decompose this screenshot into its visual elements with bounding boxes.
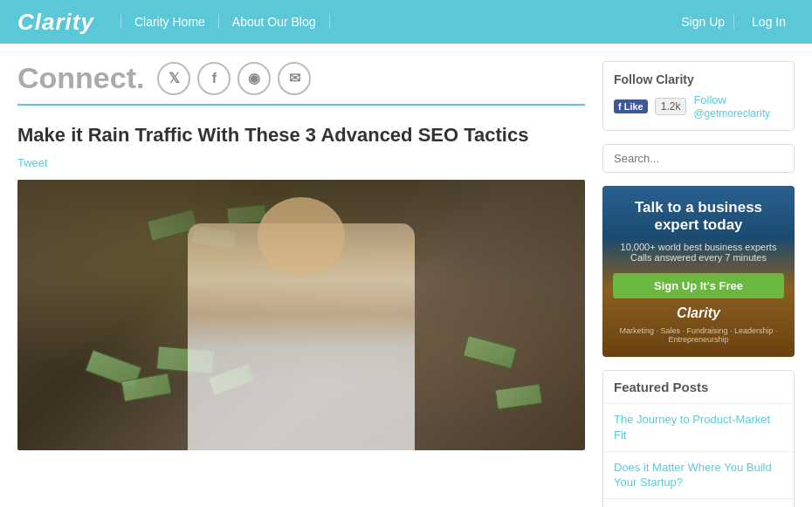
nav-login[interactable]: Log In — [743, 15, 795, 29]
ad-logo: Clarity — [613, 305, 784, 321]
nav-clarity-home[interactable]: Clarity Home — [120, 15, 219, 29]
header: Clarity Clarity Home About Our Blog Sign… — [0, 0, 812, 44]
main-content: Connect. 𝕏 f ◉ ✉ Make it Rain Traffic Wi… — [0, 44, 812, 507]
twitter-icon[interactable]: 𝕏 — [157, 62, 190, 95]
featured-posts-title: Featured Posts — [603, 371, 794, 404]
nav-signup[interactable]: Sign Up — [672, 15, 734, 29]
connect-section: Connect. 𝕏 f ◉ ✉ — [17, 61, 585, 106]
ad-banner: Talk to a business expert today 10,000+ … — [602, 186, 795, 357]
follow-clarity-link[interactable]: Follow — [693, 93, 770, 106]
featured-post-1[interactable]: The Journey to Product-Market Fit — [603, 404, 794, 452]
follow-row: f Like 1.2k Follow @getmoreclarity — [614, 93, 783, 120]
ad-subtitle: 10,000+ world best business experts Call… — [613, 242, 784, 263]
ad-tags: Marketing · Sales · Fundraising · Leader… — [613, 326, 784, 344]
featured-posts-box: Featured Posts The Journey to Product-Ma… — [602, 370, 795, 507]
ad-cta-button[interactable]: Sign Up It's Free — [613, 273, 784, 298]
follow-handle-link[interactable]: @getmoreclarity — [693, 107, 770, 120]
search-input[interactable] — [602, 144, 795, 173]
rss-icon[interactable]: ◉ — [237, 62, 271, 95]
facebook-badge: f Like — [614, 99, 648, 113]
logo-area: Clarity — [17, 9, 94, 36]
featured-post-2[interactable]: Does it Matter Where You Build Your Star… — [603, 452, 794, 500]
left-column: Connect. 𝕏 f ◉ ✉ Make it Rain Traffic Wi… — [17, 61, 585, 507]
featured-post-2-link[interactable]: Does it Matter Where You Build Your Star… — [614, 461, 772, 490]
follow-box: Follow Clarity f Like 1.2k Follow @getmo… — [602, 61, 795, 131]
connect-title: Connect. — [17, 61, 144, 95]
email-icon[interactable]: ✉ — [278, 62, 311, 95]
facebook-icon[interactable]: f — [197, 62, 231, 95]
article-title: Make it Rain Traffic With These 3 Advanc… — [17, 123, 585, 148]
featured-post-3[interactable]: Top North American Conferences for Entre… — [603, 499, 794, 507]
nav-left: Clarity Home About Our Blog — [120, 15, 672, 29]
right-column: Follow Clarity f Like 1.2k Follow @getmo… — [602, 61, 795, 507]
facebook-count: 1.2k — [655, 98, 687, 115]
follow-title: Follow Clarity — [614, 72, 783, 86]
article-image — [17, 180, 585, 450]
social-icons: 𝕏 f ◉ ✉ — [157, 62, 311, 95]
featured-post-1-link[interactable]: The Journey to Product-Market Fit — [614, 413, 770, 442]
nav-about-blog[interactable]: About Our Blog — [219, 15, 330, 29]
nav-right: Sign Up Log In — [672, 15, 795, 29]
ad-title: Talk to a business expert today — [613, 199, 784, 235]
tweet-link[interactable]: Tweet — [17, 156, 48, 169]
logo: Clarity — [17, 9, 94, 36]
